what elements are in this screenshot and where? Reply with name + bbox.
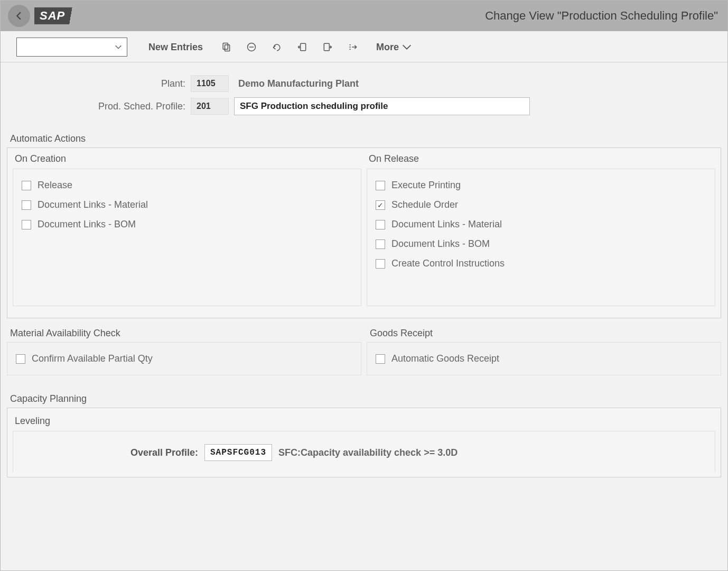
plant-description: Demo Manufacturing Plant [238, 78, 359, 89]
on-creation-title: On Creation [15, 153, 361, 164]
undo-button[interactable] [265, 38, 288, 56]
on-creation-checkbox[interactable] [22, 181, 31, 190]
on-release-checkbox[interactable] [376, 259, 385, 269]
sap-logo: SAP [34, 7, 79, 24]
on-release-label: Document Links - BOM [391, 238, 490, 250]
on-creation-row: Document Links - Material [20, 195, 354, 215]
capacity-planning-panel: Leveling Overall Profile: SAPSFCG013 SFC… [7, 408, 721, 477]
plant-value: 1105 [191, 75, 229, 92]
on-release-label: Create Control Instructions [391, 258, 505, 269]
app-window: SAP Change View "Production Scheduling P… [0, 0, 728, 571]
on-creation-label: Release [38, 180, 72, 191]
on-release-box: Execute PrintingSchedule OrderDocument L… [367, 169, 715, 306]
on-release-checkbox[interactable] [376, 220, 385, 229]
chevron-down-icon [401, 41, 413, 53]
overall-profile-value[interactable]: SAPSFCG013 [204, 444, 272, 461]
content-area: Plant: 1105 Demo Manufacturing Plant Pro… [1, 62, 727, 477]
on-creation-label: Document Links - BOM [38, 219, 136, 230]
material-check-row: Confirm Available Partial Qty [14, 349, 354, 369]
page-next-icon [322, 41, 333, 53]
page-prev-icon [297, 41, 307, 53]
copy-button[interactable] [214, 38, 238, 56]
copy-icon [221, 41, 231, 53]
on-creation-row: Release [20, 176, 354, 195]
on-release-label: Execute Printing [391, 180, 461, 191]
goods-receipt-title: Goods Receipt [370, 328, 721, 339]
overall-profile-label: Overall Profile: [20, 447, 204, 458]
overall-profile-description: SFC:Capacity availability check >= 3.0D [278, 447, 458, 458]
page-title: Change View "Production Scheduling Profi… [485, 9, 718, 23]
goods-receipt-label: Automatic Goods Receipt [391, 353, 499, 364]
chevron-down-icon [114, 43, 123, 51]
on-creation-box: ReleaseDocument Links - MaterialDocument… [13, 169, 361, 306]
capacity-planning-title: Capacity Planning [10, 393, 721, 404]
more-label: More [376, 42, 399, 53]
automatic-actions-panel: On Creation ReleaseDocument Links - Mate… [7, 148, 721, 318]
material-check-label: Confirm Available Partial Qty [32, 353, 153, 364]
profile-field-row: Prod. Sched. Profile: 201 SFG Production… [7, 97, 721, 115]
minus-circle-icon [246, 41, 257, 53]
on-release-title: On Release [369, 153, 715, 164]
delete-button[interactable] [240, 38, 263, 56]
material-check-box: Confirm Available Partial Qty [7, 342, 361, 375]
on-release-checkbox[interactable] [376, 200, 385, 210]
list-select-icon [348, 41, 358, 53]
leveling-box: Overall Profile: SAPSFCG013 SFC:Capacity… [13, 431, 715, 473]
profile-label: Prod. Sched. Profile: [7, 101, 191, 112]
on-release-checkbox[interactable] [376, 181, 385, 190]
goods-receipt-checkbox[interactable] [376, 354, 385, 364]
on-release-row: Create Control Instructions [374, 254, 708, 273]
titlebar: SAP Change View "Production Scheduling P… [1, 1, 727, 31]
svg-rect-4 [301, 43, 306, 50]
on-creation-checkbox[interactable] [22, 220, 31, 229]
on-creation-column: On Creation ReleaseDocument Links - Mate… [13, 153, 361, 306]
on-release-label: Document Links - Material [391, 219, 502, 230]
svg-rect-5 [324, 43, 329, 50]
toolbar: New Entries More [1, 31, 727, 62]
plant-label: Plant: [7, 78, 191, 89]
material-check-title: Material Availability Check [10, 328, 361, 339]
profile-value: 201 [191, 98, 229, 115]
undo-icon [272, 41, 282, 53]
on-release-checkbox[interactable] [376, 240, 385, 249]
profile-description-input[interactable]: SFG Production scheduling profile [234, 97, 530, 115]
new-entries-button[interactable]: New Entries [139, 39, 212, 56]
on-release-row: Execute Printing [374, 176, 708, 195]
material-check-checkbox[interactable] [16, 354, 25, 364]
on-release-row: Schedule Order [374, 195, 708, 215]
svg-rect-1 [225, 45, 230, 51]
plant-field-row: Plant: 1105 Demo Manufacturing Plant [7, 75, 721, 92]
on-creation-row: Document Links - BOM [20, 215, 354, 234]
select-button[interactable] [341, 38, 365, 56]
on-release-row: Document Links - BOM [374, 234, 708, 254]
goods-receipt-row: Automatic Goods Receipt [374, 349, 714, 369]
on-release-row: Document Links - Material [374, 215, 708, 234]
automatic-actions-title: Automatic Actions [10, 133, 721, 144]
more-button[interactable]: More [367, 38, 422, 56]
command-dropdown[interactable] [16, 38, 127, 57]
on-creation-label: Document Links - Material [38, 199, 148, 210]
on-release-column: On Release Execute PrintingSchedule Orde… [367, 153, 715, 306]
back-button[interactable] [8, 5, 30, 27]
leveling-title: Leveling [15, 416, 715, 427]
next-button[interactable] [316, 38, 339, 56]
on-release-label: Schedule Order [391, 199, 458, 210]
on-creation-checkbox[interactable] [22, 200, 31, 210]
goods-receipt-box: Automatic Goods Receipt [367, 342, 721, 375]
chevron-left-icon [14, 11, 24, 21]
svg-rect-0 [223, 43, 228, 50]
previous-button[interactable] [291, 38, 314, 56]
